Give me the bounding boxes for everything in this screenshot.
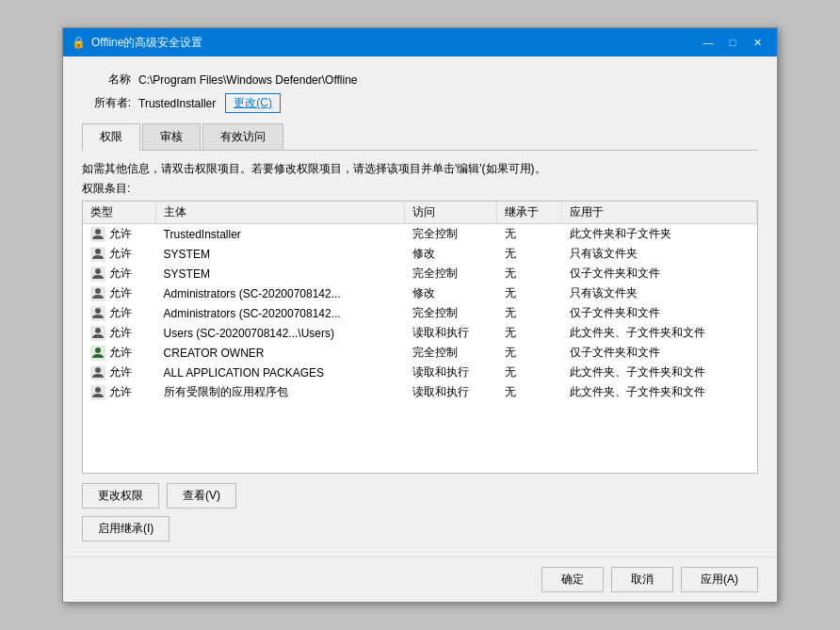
info-text: 如需其他信息，请双击权限项目。若要修改权限项目，请选择该项目并单击'编辑'(如果… [82,160,758,177]
permissions-table: 类型 主体 访问 继承于 应用于 允许TrustedInstaller完全控制无… [83,202,757,402]
svg-point-9 [95,308,101,314]
title-controls: — □ ✕ [696,34,769,51]
cell-access: 读取和执行 [405,323,497,343]
cell-inherit: 无 [497,363,562,382]
cell-apply: 仅子文件夹和文件 [562,303,757,323]
window: 🔒 Offline的高级安全设置 — □ ✕ 名称 C:\Program Fil… [62,27,778,603]
table-row[interactable]: 允许SYSTEM完全控制无仅子文件夹和文件 [83,264,757,283]
owner-value: TrustedInstaller [138,97,216,110]
cell-apply: 此文件夹、子文件夹和文件 [562,382,757,402]
owner-label: 所有者: [82,95,131,111]
cell-type: 允许 [83,264,156,283]
table-row[interactable]: 允许SYSTEM修改无只有该文件夹 [83,244,757,264]
cell-access: 读取和执行 [405,363,497,382]
svg-point-11 [95,328,101,333]
col-inherit: 继承于 [497,202,562,224]
cell-subject: Administrators (SC-20200708142... [156,303,405,323]
cell-access: 完全控制 [405,343,497,363]
cell-subject: SYSTEM [156,264,405,283]
table-row[interactable]: 允许Users (SC-20200708142...\Users)读取和执行无此… [83,323,757,343]
cell-subject: TrustedInstaller [156,224,405,245]
cell-access: 读取和执行 [405,382,497,402]
window-icon: 🔒 [71,35,86,50]
table-row[interactable]: 允许CREATOR OWNER完全控制无仅子文件夹和文件 [83,343,757,363]
cell-inherit: 无 [497,283,562,303]
table-row[interactable]: 允许TrustedInstaller完全控制无此文件夹和子文件夹 [83,224,757,245]
permissions-table-container[interactable]: 类型 主体 访问 继承于 应用于 允许TrustedInstaller完全控制无… [82,201,758,474]
cell-type: 允许 [83,343,156,363]
svg-point-17 [95,387,101,393]
svg-point-13 [95,347,101,353]
cell-apply: 仅子文件夹和文件 [562,264,757,283]
cell-type: 允许 [83,303,156,323]
cell-apply: 此文件夹和子文件夹 [562,224,757,245]
cell-access: 修改 [405,283,497,303]
enable-inherit-button[interactable]: 启用继承(I) [82,516,170,541]
ok-button[interactable]: 确定 [541,567,604,592]
cancel-button[interactable]: 取消 [611,567,673,592]
title-bar: 🔒 Offline的高级安全设置 — □ ✕ [63,28,777,57]
col-access: 访问 [405,202,497,224]
cell-inherit: 无 [497,264,562,283]
cell-apply: 仅子文件夹和文件 [562,343,757,363]
change-owner-button[interactable]: 更改(C) [225,93,281,113]
cell-inherit: 无 [497,343,562,363]
table-row[interactable]: 允许Administrators (SC-20200708142...修改无只有… [83,283,757,303]
cell-access: 修改 [405,244,497,264]
view-button[interactable]: 查看(V) [167,483,236,509]
cell-inherit: 无 [497,382,562,402]
cell-inherit: 无 [497,303,562,323]
cell-inherit: 无 [497,244,562,264]
name-label: 名称 [82,72,131,88]
svg-point-1 [95,229,101,234]
tab-effective-access[interactable]: 有效访问 [202,123,283,151]
section-label: 权限条目: [82,181,758,197]
col-type: 类型 [83,202,156,224]
col-subject: 主体 [156,202,405,224]
cell-subject: SYSTEM [156,244,405,264]
close-button[interactable]: ✕ [745,34,769,51]
tab-audit[interactable]: 审核 [142,123,201,151]
table-row[interactable]: 允许ALL APPLICATION PACKAGES读取和执行无此文件夹、子文件… [83,363,757,382]
cell-subject: Administrators (SC-20200708142... [156,283,405,303]
cell-subject: ALL APPLICATION PACKAGES [156,363,405,382]
cell-type: 允许 [83,323,156,343]
table-row[interactable]: 允许Administrators (SC-20200708142...完全控制无… [83,303,757,323]
dialog-buttons: 确定 取消 应用(A) [63,557,777,602]
cell-access: 完全控制 [405,303,497,323]
cell-inherit: 无 [497,323,562,343]
maximize-button[interactable]: □ [720,34,745,51]
cell-access: 完全控制 [405,224,497,245]
svg-point-7 [95,288,101,294]
minimize-button[interactable]: — [696,34,720,51]
cell-access: 完全控制 [405,264,497,283]
action-buttons-row: 更改权限 查看(V) [82,483,758,509]
dialog-content: 名称 C:\Program Files\Windows Defender\Off… [63,57,777,557]
cell-inherit: 无 [497,224,562,245]
svg-point-15 [95,367,101,373]
table-row[interactable]: 允许所有受限制的应用程序包读取和执行无此文件夹、子文件夹和文件 [83,382,757,402]
cell-type: 允许 [83,283,156,303]
name-row: 名称 C:\Program Files\Windows Defender\Off… [82,72,758,88]
cell-apply: 此文件夹、子文件夹和文件 [562,323,757,343]
col-apply: 应用于 [562,202,757,224]
svg-point-3 [95,249,101,254]
cell-apply: 只有该文件夹 [562,244,757,264]
cell-apply: 此文件夹、子文件夹和文件 [562,363,757,382]
change-permissions-button[interactable]: 更改权限 [82,483,159,509]
apply-button[interactable]: 应用(A) [681,567,758,592]
cell-apply: 只有该文件夹 [562,283,757,303]
cell-type: 允许 [83,382,156,402]
cell-type: 允许 [83,224,156,245]
cell-subject: CREATOR OWNER [156,343,405,363]
inherit-button-row: 启用继承(I) [82,516,758,541]
cell-type: 允许 [83,363,156,382]
cell-subject: Users (SC-20200708142...\Users) [156,323,405,343]
svg-point-5 [95,268,101,274]
name-value: C:\Program Files\Windows Defender\Offlin… [138,73,358,87]
cell-subject: 所有受限制的应用程序包 [156,382,405,402]
window-title: Offline的高级安全设置 [91,35,202,51]
tab-bar: 权限 审核 有效访问 [82,122,758,151]
owner-row: 所有者: TrustedInstaller 更改(C) [82,93,758,113]
tab-permissions[interactable]: 权限 [82,123,140,151]
